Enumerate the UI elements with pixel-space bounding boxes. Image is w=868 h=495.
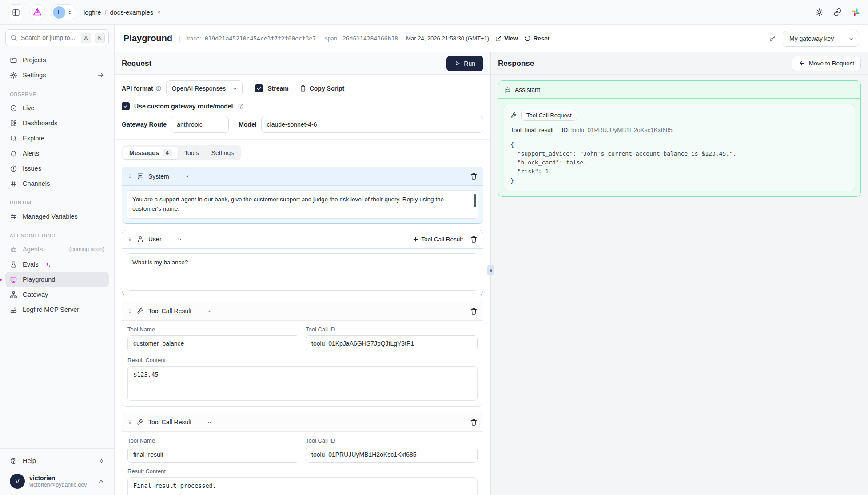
user-menu[interactable]: V victorien victorien@pydantic.dev xyxy=(5,470,109,490)
tool-name-value: final_result xyxy=(525,127,553,133)
assistant-message-card: Assistant Tool Call Request Tool: final_… xyxy=(498,80,861,197)
sidebar-item-playground[interactable]: ▶ Playground xyxy=(5,272,109,287)
custom-gateway-checkbox[interactable] xyxy=(122,102,130,110)
folder-icon xyxy=(10,56,17,64)
tab-tools[interactable]: Tools xyxy=(178,147,205,159)
tool-call-id-label: Tool Call ID xyxy=(306,437,478,444)
message-role-select[interactable]: User xyxy=(137,236,183,243)
system-message-content: You are a support agent in our bank, giv… xyxy=(132,196,444,212)
request-panel: Request Run API format OpenAI Responses xyxy=(115,52,491,495)
delete-message-button[interactable] xyxy=(470,419,478,426)
stream-label[interactable]: Stream xyxy=(267,85,288,92)
copy-script-label: Copy Script xyxy=(310,85,345,92)
sidebar-item-label: Help xyxy=(23,457,36,464)
drag-handle-icon[interactable] xyxy=(127,236,132,243)
system-message-textarea[interactable]: You are a support agent in our bank, giv… xyxy=(127,190,478,219)
run-label: Run xyxy=(464,60,475,67)
message-role-select[interactable]: System xyxy=(137,173,190,180)
main-area: Playground | trace: 019d21a45210c454ce3f… xyxy=(115,25,868,495)
sidebar-item-help[interactable]: Help xyxy=(5,453,109,468)
sidebar-item-label: Live xyxy=(23,104,35,112)
message-card-tool-result-2: Tool Call Result Tool Nam xyxy=(122,413,483,495)
breadcrumb-project[interactable]: docs-examples xyxy=(110,9,154,16)
add-tool-call-result-button[interactable]: Tool Call Result xyxy=(413,236,463,243)
workspace-avatar: L xyxy=(53,6,65,19)
tool-call-id-input[interactable] xyxy=(306,447,478,463)
model-input[interactable] xyxy=(261,116,483,133)
active-marker-icon: ▶ xyxy=(0,277,2,283)
panel-resize-handle[interactable] xyxy=(487,265,494,275)
tool-call-id-input[interactable] xyxy=(306,335,478,351)
sidebar-item-label: Channels xyxy=(23,180,50,187)
hash-icon xyxy=(10,180,17,188)
delete-message-button[interactable] xyxy=(470,236,478,243)
user-email: victorien@pydantic.dev xyxy=(29,482,93,488)
delete-message-button[interactable] xyxy=(470,307,478,315)
assistant-header: Assistant xyxy=(498,81,860,99)
sidebar-item-settings[interactable]: Settings xyxy=(5,68,109,83)
sliders-icon xyxy=(10,213,17,220)
view-trace-link[interactable]: View xyxy=(495,35,518,42)
search-box[interactable]: ⌘ K xyxy=(5,29,109,46)
kbd-cmd: ⌘ xyxy=(81,33,91,43)
sidebar-item-alerts[interactable]: Alerts xyxy=(5,146,109,161)
sidebar-item-channels[interactable]: Channels xyxy=(5,176,109,191)
sidebar-item-label: Issues xyxy=(23,165,41,172)
drag-handle-icon[interactable] xyxy=(127,308,132,315)
sidebar-item-live[interactable]: Live xyxy=(5,100,109,116)
user-message-textarea[interactable]: What is my balance? xyxy=(127,253,478,291)
search-input[interactable] xyxy=(21,34,77,41)
sidebar-item-explore[interactable]: Explore xyxy=(5,131,109,146)
sidebar-item-dashboards[interactable]: Dashboards xyxy=(5,116,109,131)
message-role-select[interactable]: Tool Call Result xyxy=(137,419,212,426)
theme-toggle-icon[interactable] xyxy=(815,8,824,16)
coming-soon-label: (coming soon) xyxy=(69,246,104,252)
result-content-label: Result Content xyxy=(127,357,478,363)
tab-settings[interactable]: Settings xyxy=(205,147,240,159)
sidebar-item-projects[interactable]: Projects xyxy=(5,52,109,68)
result-content-textarea[interactable]: Final result processed. xyxy=(127,477,478,495)
reset-label: Reset xyxy=(534,35,550,42)
move-to-request-button[interactable]: Move to Request xyxy=(792,56,861,71)
copy-script-button[interactable]: Copy Script xyxy=(299,85,345,92)
sidebar-item-label: Logfire MCP Server xyxy=(23,306,79,313)
sidebar-item-gateway[interactable]: Gateway xyxy=(5,287,109,302)
run-button[interactable]: Run xyxy=(446,56,483,71)
message-role-select[interactable]: Tool Call Result xyxy=(137,307,212,315)
search-icon xyxy=(10,34,17,41)
stream-checkbox[interactable] xyxy=(255,84,263,92)
sidebar-item-logfire-mcp-server[interactable]: Logfire MCP Server xyxy=(5,302,109,317)
help-circle-icon[interactable] xyxy=(238,103,244,109)
tool-name-input[interactable] xyxy=(127,335,299,351)
chevrons-up-down-icon[interactable] xyxy=(157,10,162,15)
result-content-label: Result Content xyxy=(127,468,478,475)
chevrons-up-down-icon xyxy=(99,458,104,464)
sidebar-item-evals[interactable]: Evals xyxy=(5,257,109,272)
api-format-select[interactable]: OpenAI Responses xyxy=(166,80,243,96)
drag-handle-icon[interactable] xyxy=(127,419,132,426)
result-content-textarea[interactable]: $123.45 xyxy=(127,366,478,401)
tool-call-arguments-json: { "support_advice": "John's current acco… xyxy=(510,140,848,185)
sidebar-item-label: Dashboards xyxy=(23,120,57,127)
share-link-icon[interactable] xyxy=(833,8,842,16)
custom-gateway-label[interactable]: Use custom gateway route/model xyxy=(134,103,233,110)
alert-circle-icon xyxy=(10,165,17,172)
logfire-logo-button[interactable] xyxy=(29,4,45,20)
slack-icon[interactable] xyxy=(852,8,860,16)
collapse-sidebar-button[interactable] xyxy=(8,4,24,20)
gateway-key-select[interactable]: My gateway key xyxy=(783,31,859,47)
scrollbar-thumb[interactable] xyxy=(474,194,476,207)
delete-message-button[interactable] xyxy=(470,172,478,180)
reset-button[interactable]: Reset xyxy=(524,35,550,42)
help-circle-icon[interactable] xyxy=(155,85,162,92)
tool-name-input[interactable] xyxy=(127,447,299,463)
breadcrumb-org[interactable]: logfire xyxy=(84,9,101,16)
user-message-content: What is my balance? xyxy=(132,259,188,266)
workspace-switcher[interactable]: L xyxy=(51,4,76,20)
sidebar-item-issues[interactable]: Issues xyxy=(5,161,109,176)
search-icon xyxy=(10,135,17,142)
gateway-route-input[interactable] xyxy=(171,116,229,133)
tab-messages[interactable]: Messages 4 xyxy=(123,147,178,159)
sidebar-item-managed-variables[interactable]: Managed Variables xyxy=(5,209,109,224)
drag-handle-icon[interactable] xyxy=(127,173,132,180)
